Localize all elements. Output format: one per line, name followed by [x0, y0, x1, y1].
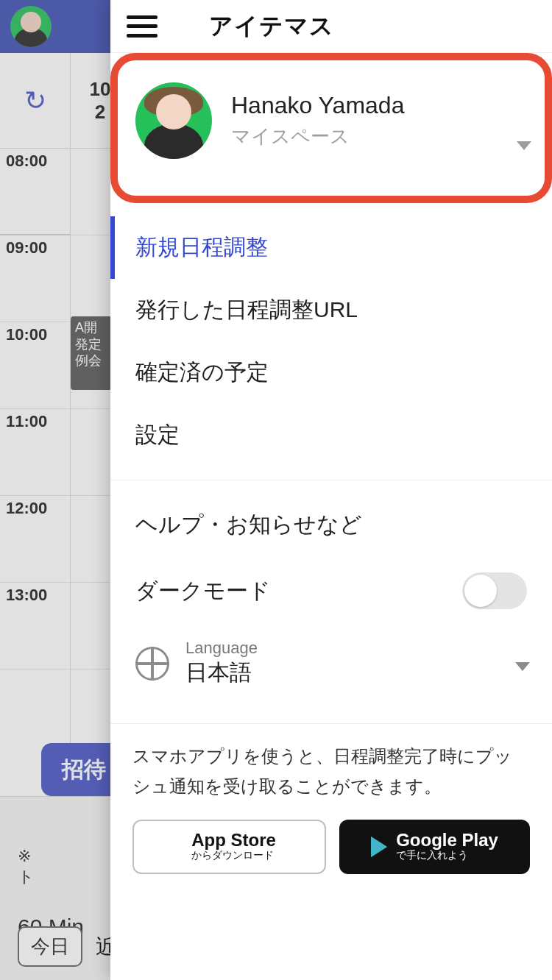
avatar — [135, 82, 212, 159]
app-promo: スマホアプリを使うと、日程調整完了時にプッシュ通知を受け取ることができます。 A… — [110, 723, 552, 892]
menu-settings[interactable]: 設定 — [110, 404, 552, 466]
drawer-header: アイテマス — [110, 0, 552, 53]
menu-icon[interactable] — [127, 15, 158, 38]
menu-secondary: ヘルプ・お知らせなど ダークモード Language 日本語 — [110, 480, 552, 723]
language-value: 日本語 — [185, 658, 258, 688]
appstore-button[interactable]: App Store からダウンロード — [132, 820, 326, 874]
dark-mode-label: ダークモード — [135, 576, 271, 606]
language-label: Language — [185, 639, 258, 658]
menu-new-schedule[interactable]: 新規日程調整 — [110, 216, 552, 279]
chevron-down-icon — [515, 662, 530, 671]
promo-text: スマホアプリを使うと、日程調整完了時にプッシュ通知を受け取ることができます。 — [132, 742, 530, 802]
play-icon — [371, 837, 387, 857]
dark-mode-row: ダークモード — [110, 556, 552, 625]
googleplay-button[interactable]: Google Play で手に入れよう — [339, 820, 530, 874]
profile-highlight: Hanako Yamada マイスペース — [110, 53, 552, 203]
menu-help[interactable]: ヘルプ・お知らせなど — [110, 494, 552, 556]
profile-name: Hanako Yamada — [231, 92, 404, 119]
language-row[interactable]: Language 日本語 — [110, 625, 552, 710]
chevron-down-icon — [517, 141, 531, 150]
side-drawer: アイテマス Hanako Yamada マイスペース 新規日程調整 発行した日程… — [110, 0, 552, 980]
menu-confirmed[interactable]: 確定済の予定 — [110, 341, 552, 404]
menu-primary: 新規日程調整 発行した日程調整URL 確定済の予定 設定 — [110, 203, 552, 480]
dark-mode-toggle[interactable] — [462, 572, 527, 609]
app-title: アイテマス — [209, 10, 334, 43]
menu-issued-urls[interactable]: 発行した日程調整URL — [110, 279, 552, 341]
globe-icon — [135, 647, 169, 681]
profile-space: マイスペース — [231, 124, 404, 149]
profile-row[interactable]: Hanako Yamada マイスペース — [118, 60, 545, 196]
